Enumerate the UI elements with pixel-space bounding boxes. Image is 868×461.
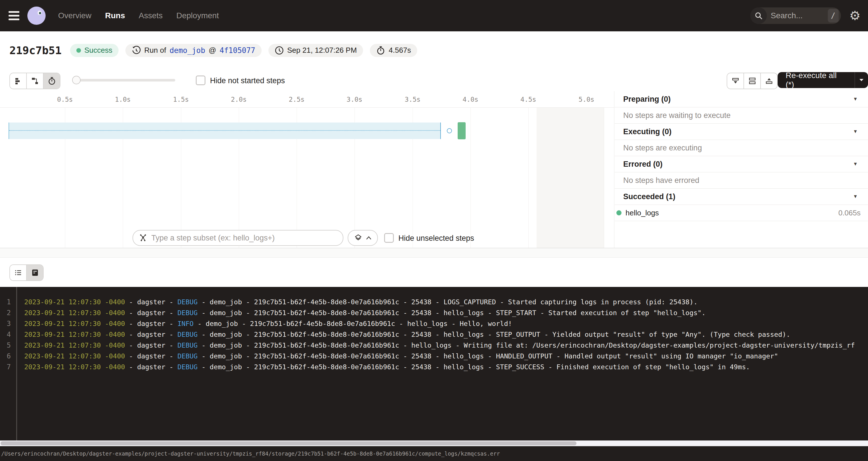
pane-splitter[interactable]	[0, 248, 868, 257]
expand-bottom-panel-button[interactable]	[760, 73, 777, 89]
hide-not-started-label: Hide not started steps	[210, 76, 285, 85]
section-preparing-empty: No steps are waiting to execute	[615, 107, 868, 124]
log-toolbar: hello_logs stdout stderr	[0, 257, 868, 287]
gantt-view-mode-group	[9, 73, 60, 89]
search-shortcut-badge: /	[828, 9, 839, 23]
job-link[interactable]: demo_job	[169, 46, 205, 55]
op-graph-icon	[139, 234, 147, 242]
tick-label: 2.5s	[289, 96, 304, 103]
step-name: hello_logs	[625, 209, 838, 217]
log-file-path: /Users/erincochran/Desktop/dagster-examp…	[1, 451, 500, 457]
structured-log-view-button[interactable]	[10, 265, 26, 280]
status-badge: Success	[70, 44, 119, 57]
duration-badge: 4.567s	[370, 44, 417, 57]
success-dot-icon	[616, 210, 621, 215]
nav-item-overview[interactable]: Overview	[58, 11, 91, 20]
log-line: 6 2023-09-21 12:07:30 -0400 - dagster - …	[0, 351, 868, 362]
zoom-slider-track[interactable]	[72, 79, 175, 82]
tick-label: 4.0s	[463, 96, 478, 103]
nav-item-assets[interactable]: Assets	[139, 11, 163, 20]
search-input[interactable]: Search... /	[750, 7, 841, 24]
timer-icon	[48, 76, 56, 85]
panel-down-icon	[731, 76, 740, 85]
zoom-slider-handle[interactable]	[72, 76, 81, 84]
reexecute-all-main[interactable]: Re-execute all (*)	[778, 72, 855, 88]
search-placeholder: Search...	[771, 11, 828, 20]
log-line: 2 2023-09-21 12:07:30 -0400 - dagster - …	[0, 307, 868, 318]
list-icon	[14, 268, 23, 277]
step-subset-placeholder: Type a step subset (ex: hello_logs+)	[151, 234, 275, 243]
gantt-body: Type a step subset (ex: hello_logs+) Hid…	[0, 108, 614, 248]
nav-item-runs[interactable]: Runs	[105, 11, 125, 20]
reexecute-dropdown-button[interactable]	[855, 72, 868, 88]
section-executing-header[interactable]: Executing (0)▼	[615, 124, 868, 140]
layers-icon	[354, 234, 363, 242]
panel-layout-group	[727, 73, 778, 89]
graph-query-toggle-button[interactable]	[348, 230, 378, 246]
log-line: 4 2023-09-21 12:07:30 -0400 - dagster - …	[0, 329, 868, 340]
status-dot-icon	[76, 48, 81, 53]
log-line: 7 2023-09-21 12:07:30 -0400 - dagster - …	[0, 362, 868, 372]
log-viewer[interactable]: 1 2023-09-21 12:07:30 -0400 - dagster - …	[0, 287, 868, 440]
console-icon	[31, 268, 39, 277]
nav-item-deployment[interactable]: Deployment	[176, 11, 219, 20]
step-duration: 0.065s	[838, 209, 861, 217]
gantt-toolbar: Hide not started steps Re-execute all (*…	[0, 69, 868, 91]
after-run-end-shade	[536, 108, 604, 248]
log-lines: 1 2023-09-21 12:07:30 -0400 - dagster - …	[0, 297, 868, 372]
caret-down-icon: ▼	[853, 161, 858, 167]
section-preparing-header[interactable]: Preparing (0)▼	[615, 91, 868, 107]
caret-down-icon: ▼	[853, 96, 858, 102]
waterfall-view-icon	[31, 76, 39, 85]
horizontal-scrollbar-thumb[interactable]	[1, 441, 577, 445]
split-panels-button[interactable]	[743, 73, 760, 89]
hamburger-menu-icon[interactable]	[8, 11, 20, 20]
split-panels-icon	[748, 76, 756, 85]
stopwatch-icon	[376, 46, 385, 55]
horizontal-scrollbar	[0, 440, 868, 446]
clock-icon	[275, 46, 284, 55]
step-marker-circle	[447, 128, 452, 133]
flat-view-button[interactable]	[10, 73, 26, 89]
step-status-panel: Preparing (0)▼ No steps are waiting to e…	[615, 91, 868, 248]
section-errored-empty: No steps have errored	[615, 173, 868, 189]
log-line: 5 2023-09-21 12:07:30 -0400 - dagster - …	[0, 340, 868, 351]
collapse-bottom-panel-button[interactable]	[727, 73, 743, 89]
succeeded-step-row[interactable]: hello_logs 0.065s	[615, 205, 868, 221]
tick-label: 4.5s	[520, 96, 536, 103]
chevron-down-icon	[859, 78, 864, 82]
top-nav: Overview Runs Assets Deployment Search..…	[0, 0, 868, 31]
log-line: 1 2023-09-21 12:07:30 -0400 - dagster - …	[0, 297, 868, 307]
tick-label: 1.0s	[115, 96, 130, 103]
flat-view-icon	[14, 76, 23, 85]
dagster-logo-icon[interactable]	[27, 6, 45, 25]
caret-down-icon: ▼	[853, 194, 858, 199]
tick-label: 0.5s	[57, 96, 73, 103]
search-icon	[750, 7, 767, 24]
run-of-badge: Run of demo_job @ 4f105077	[125, 44, 261, 57]
run-id-title: 219c7b51	[9, 44, 62, 57]
section-errored-header[interactable]: Errored (0)▼	[615, 156, 868, 173]
reexecute-all-button: Re-execute all (*)	[778, 72, 868, 88]
log-view-mode-group	[9, 265, 43, 281]
tick-label: 5.0s	[579, 96, 594, 103]
hide-unselected-label: Hide unselected steps	[398, 234, 474, 243]
history-icon	[132, 46, 141, 55]
timed-view-button[interactable]	[43, 73, 60, 89]
section-succeeded-header[interactable]: Succeeded (1)▼	[615, 189, 868, 205]
waterfall-view-button[interactable]	[26, 73, 43, 89]
hide-unselected-checkbox[interactable]	[384, 233, 394, 243]
raw-log-view-button[interactable]	[26, 265, 43, 280]
status-bar: /Users/erincochran/Desktop/dagster-examp…	[0, 446, 868, 461]
commit-link[interactable]: 4f105077	[220, 46, 255, 55]
gear-icon[interactable]: ⚙	[849, 9, 861, 22]
tick-label: 3.0s	[346, 96, 362, 103]
step-bar-hello-logs[interactable]	[458, 122, 466, 139]
nav-links: Overview Runs Assets Deployment	[58, 11, 219, 20]
timestamp-badge: Sep 21, 12:07:26 PM	[269, 44, 363, 57]
gantt-chart: 0.5s 1.0s 1.5s 2.0s 2.5s 3.0s 3.5s 4.0s …	[0, 91, 614, 248]
tick-label: 3.5s	[405, 96, 420, 103]
run-header: 219c7b51 Success Run of demo_job @ 4f105…	[0, 31, 868, 69]
step-subset-input[interactable]: Type a step subset (ex: hello_logs+)	[132, 230, 343, 246]
hide-not-started-checkbox[interactable]	[196, 75, 206, 85]
